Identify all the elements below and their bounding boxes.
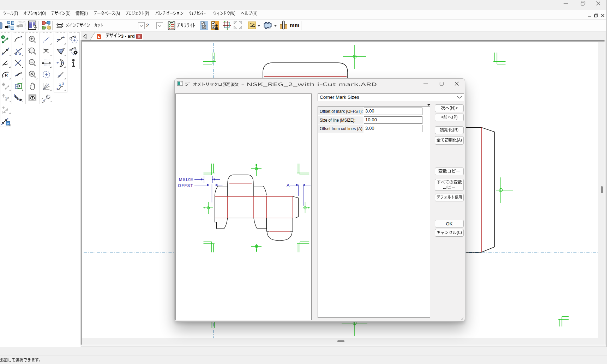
svg-text:R: R xyxy=(5,73,8,77)
svg-text:2: 2 xyxy=(59,83,61,86)
svg-text:Offset from cut lines (A):: Offset from cut lines (A): xyxy=(320,126,363,131)
svg-text:A: A xyxy=(287,183,290,188)
svg-text:MSIZE: MSIZE xyxy=(179,177,193,182)
svg-text:OFFST: OFFST xyxy=(178,183,193,188)
svg-text:Offset of mark (OFFST):: Offset of mark (OFFST): xyxy=(320,109,363,114)
svg-text:3: 3 xyxy=(62,82,64,85)
svg-text:Size of line (MSIZE):: Size of line (MSIZE): xyxy=(320,117,355,123)
svg-text:1: 1 xyxy=(56,87,58,91)
